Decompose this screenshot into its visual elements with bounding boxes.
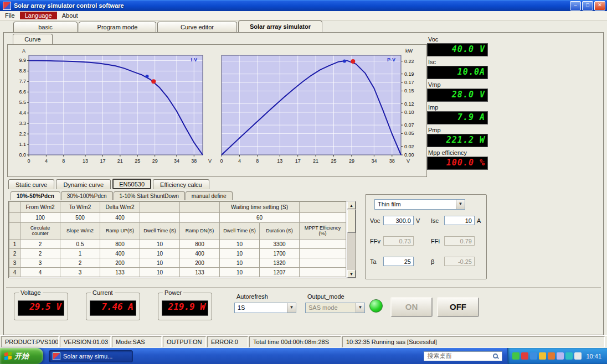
off-button[interactable]: OFF — [437, 297, 479, 317]
table-cell[interactable]: 10 — [220, 258, 260, 268]
table-cell[interactable]: 60 — [220, 213, 300, 223]
table-scrollbar[interactable]: ▲ ▼ — [347, 201, 356, 278]
tray-icon[interactable] — [557, 352, 564, 360]
subtab-manual-define[interactable]: manual define — [186, 191, 233, 200]
scroll-down-icon[interactable]: ▼ — [347, 270, 356, 278]
param-isc-input[interactable]: 10 — [444, 216, 475, 225]
table-cell[interactable]: 800 — [100, 240, 140, 249]
table-cell[interactable]: 500 — [60, 213, 100, 223]
table-cell[interactable]: 133 — [180, 268, 220, 277]
taskbar-clock: 10:41 — [586, 353, 601, 360]
svg-text:17: 17 — [295, 158, 301, 164]
subtab-10-50-pdcn[interactable]: 10%-50%Pdcn — [11, 191, 60, 200]
led-imp: Imp7.9 A — [427, 104, 488, 124]
app-icon — [53, 352, 60, 360]
meter-current: Current7.46 A — [86, 293, 140, 320]
table-cell[interactable]: 1 — [60, 249, 100, 258]
close-button[interactable]: ✕ — [594, 1, 605, 11]
table-cell[interactable] — [300, 268, 346, 277]
scroll-thumb[interactable] — [347, 210, 356, 233]
taskbar-task-button[interactable]: Solar array simu... — [49, 350, 133, 362]
table-cell[interactable] — [300, 213, 346, 223]
tray-icon[interactable] — [574, 352, 582, 360]
maximize-button[interactable]: □ — [582, 1, 593, 11]
table-cell[interactable]: 3300 — [260, 240, 300, 249]
search-icon[interactable] — [492, 353, 499, 360]
table-cell[interactable]: 10 — [220, 240, 260, 249]
table-cell[interactable]: 1207 — [260, 268, 300, 277]
taskbar: 开始 Solar array simu... 搜索桌面 10:41 — [0, 348, 607, 364]
tab-en50530[interactable]: EN50530 — [112, 179, 151, 189]
led-label: Pmp — [428, 127, 488, 133]
table-cell[interactable]: 2 — [20, 249, 60, 258]
tab-dynamic-curve[interactable]: Dynamic curve — [56, 179, 111, 189]
table-cell[interactable] — [300, 258, 346, 268]
tray-icon[interactable] — [521, 352, 528, 360]
chevron-down-icon[interactable]: ▼ — [456, 200, 465, 209]
table-cell[interactable]: 10 — [140, 240, 180, 249]
chevron-down-icon[interactable]: ▼ — [287, 303, 296, 313]
header-cell: Dwell Time (S) — [220, 223, 260, 240]
tab-program-mode[interactable]: Program mode — [79, 22, 156, 32]
tray-icon[interactable] — [512, 352, 519, 360]
table-cell[interactable]: 1700 — [260, 249, 300, 258]
param-voc-label: Voc — [370, 217, 383, 224]
desktop-search-input[interactable]: 搜索桌面 — [424, 351, 502, 361]
param-voc-input[interactable]: 300.0 — [383, 216, 414, 225]
table-cell[interactable]: 10 — [140, 249, 180, 258]
svg-text:A: A — [22, 48, 25, 54]
table-cell[interactable]: 0.5 — [60, 240, 100, 249]
autorefresh-select[interactable]: 1S ▼ — [234, 303, 296, 313]
table-cell[interactable]: 200 — [180, 258, 220, 268]
param-ta-label: Ta — [370, 258, 383, 265]
param-ta-input[interactable]: 25 — [383, 257, 414, 266]
table-cell[interactable]: 200 — [100, 258, 140, 268]
table-cell[interactable]: 10 — [220, 249, 260, 258]
tray-icon[interactable] — [565, 352, 573, 360]
status-total-time-00d: Total time 00d:00h:08m:28S — [249, 336, 341, 347]
tray-icon[interactable] — [539, 352, 546, 360]
table-cell[interactable]: 3 — [60, 268, 100, 277]
header-cell: MPPT Efficiency (%) — [300, 223, 346, 240]
table-cell[interactable]: 800 — [180, 240, 220, 249]
svg-text:0.05: 0.05 — [404, 131, 414, 136]
table-cell[interactable]: 10 — [220, 268, 260, 277]
table-cell[interactable] — [300, 240, 346, 249]
tray-icon[interactable] — [548, 352, 555, 360]
tab-efficiency-calcu[interactable]: Efficiency calcu — [153, 179, 209, 189]
tray-icon[interactable] — [530, 352, 537, 360]
row-number: 1 — [9, 240, 20, 249]
table-cell[interactable]: 3 — [20, 258, 60, 268]
table-cell[interactable]: 10 — [140, 258, 180, 268]
table-cell[interactable]: 2 — [20, 240, 60, 249]
menu-file[interactable]: File — [0, 12, 20, 19]
table-cell[interactable]: 400 — [180, 249, 220, 258]
tab-curve-editor[interactable]: Curve editor — [157, 22, 237, 32]
minimize-button[interactable]: – — [570, 1, 581, 11]
table-row: 120.580010800103300 — [9, 240, 346, 249]
menu-about[interactable]: About — [57, 12, 83, 19]
tab-static-curve[interactable]: Static curve — [8, 179, 54, 189]
table-cell[interactable] — [300, 249, 346, 258]
menu-language[interactable]: Language — [20, 12, 57, 19]
table-cell[interactable] — [140, 213, 180, 223]
table-cell[interactable]: 2 — [60, 258, 100, 268]
table-cell[interactable]: 400 — [100, 213, 140, 223]
table-cell[interactable]: 400 — [100, 249, 140, 258]
subtab-1-10-start-shuntdown[interactable]: 1-10% Start ShuntDown — [114, 191, 185, 200]
module-type-select[interactable]: Thin film ▼ — [374, 199, 465, 210]
start-button[interactable]: 开始 — [0, 348, 43, 364]
meter-label: Current — [91, 289, 115, 296]
tab-solar-array-simulator[interactable]: Solar array simulator — [238, 20, 322, 32]
table-cell[interactable]: 133 — [100, 268, 140, 277]
table-cell[interactable]: 10 — [140, 268, 180, 277]
on-button[interactable]: ON — [390, 297, 433, 317]
scroll-up-icon[interactable]: ▲ — [347, 201, 356, 209]
subtab-30-100-pdcn[interactable]: 30%-100%Pdcn — [61, 191, 113, 200]
table-cell[interactable]: 100 — [20, 213, 60, 223]
table-cell[interactable]: 4 — [20, 268, 60, 277]
table-cell[interactable] — [180, 213, 220, 223]
tab-curve[interactable]: Curve — [13, 34, 53, 44]
table-cell[interactable]: 1320 — [260, 258, 300, 268]
tab-basic[interactable]: basic — [13, 22, 78, 32]
